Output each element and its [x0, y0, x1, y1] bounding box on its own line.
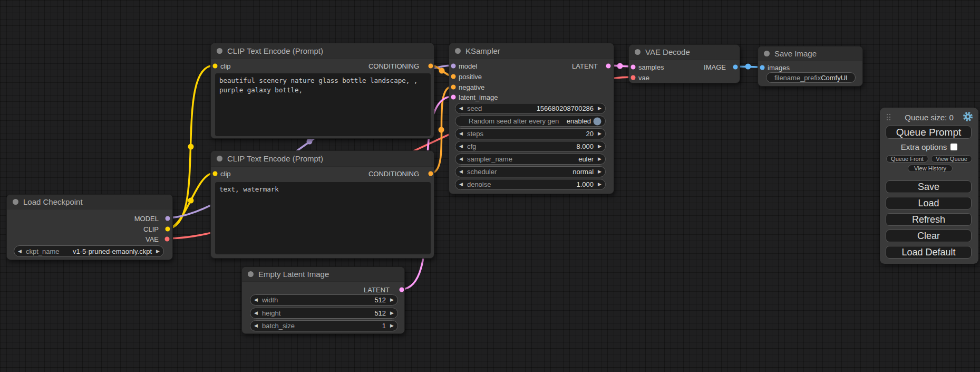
queue-panel[interactable]: Queue size: 0 Queue Prompt Extra options… [880, 108, 978, 264]
conditioning-output-dot[interactable] [428, 171, 433, 176]
image-output-dot[interactable] [733, 64, 738, 70]
node-title-bar[interactable]: KSampler [449, 43, 614, 59]
collapse-dot-icon[interactable] [764, 51, 770, 56]
clip-input-dot[interactable] [212, 171, 218, 176]
queue-prompt-button[interactable]: Queue Prompt [886, 126, 972, 139]
node-title-bar[interactable]: Empty Latent Image [242, 267, 404, 282]
width-widget[interactable]: ◀ width 512 ▶ [250, 294, 398, 306]
output-slot-clip: CLIP [99, 224, 162, 234]
output-slot-latent: LATENT [329, 285, 393, 294]
increment-arrow-icon[interactable]: ▶ [598, 131, 601, 136]
node-empty-latent-image[interactable]: Empty Latent Image LATENT ◀ width 512 ▶ … [241, 266, 405, 334]
node-load-checkpoint[interactable]: Load Checkpoint MODEL CLIP VAE ◀ ckpt_na… [6, 194, 173, 260]
node-title-bar[interactable]: CLIP Text Encode (Prompt) [211, 43, 434, 59]
positive-input-dot[interactable] [451, 74, 456, 79]
input-slot-negative: negative [459, 82, 484, 92]
images-input-dot[interactable] [760, 65, 765, 70]
latent-output-dot[interactable] [399, 287, 404, 292]
prompt-text-input[interactable]: text, watermark [215, 182, 431, 254]
latent-output-dot[interactable] [606, 63, 611, 69]
node-clip-text-encode-negative[interactable]: CLIP Text Encode (Prompt) clip CONDITION… [210, 150, 434, 259]
load-button[interactable]: Load [886, 197, 972, 209]
steps-widget[interactable]: ◀ steps 20 ▶ [455, 128, 606, 139]
decrement-arrow-icon[interactable]: ◀ [254, 298, 258, 302]
view-history-button[interactable]: View History [908, 165, 953, 172]
increment-arrow-icon[interactable]: ▶ [598, 106, 601, 111]
latent-image-input-dot[interactable] [451, 94, 456, 100]
extra-options-checkbox[interactable] [950, 144, 957, 150]
output-slot-model: MODEL [99, 214, 162, 223]
queue-front-button[interactable]: Queue Front [886, 155, 928, 163]
vae-input-dot[interactable] [630, 75, 636, 80]
scheduler-widget[interactable]: ◀ scheduler normal ▶ [455, 166, 606, 177]
cfg-widget[interactable]: ◀ cfg 8.000 ▶ [455, 141, 606, 152]
decrement-arrow-icon[interactable]: ◀ [254, 311, 258, 316]
increment-arrow-icon[interactable]: ▶ [390, 311, 394, 316]
sampler-name-widget[interactable]: ◀ sampler_name euler ▶ [455, 154, 606, 165]
decrement-arrow-icon[interactable]: ◀ [459, 182, 463, 187]
random-seed-toggle-widget[interactable]: Random seed after every gen enabled [455, 116, 606, 127]
input-slot-positive: positive [459, 72, 482, 81]
toggle-circle-icon[interactable] [593, 117, 601, 126]
collapse-dot-icon[interactable] [635, 49, 641, 55]
collapse-dot-icon[interactable] [13, 199, 18, 205]
node-title-bar[interactable]: VAE Decode [629, 45, 740, 60]
settings-gear-icon[interactable] [963, 111, 973, 124]
input-slot-clip: clip [220, 61, 231, 71]
decrement-arrow-icon[interactable]: ◀ [459, 131, 463, 136]
model-output-dot[interactable] [165, 216, 170, 221]
ckpt-name-widget[interactable]: ◀ ckpt_name v1-5-pruned-emaonly.ckpt ▶ [14, 245, 164, 257]
decrement-arrow-icon[interactable]: ◀ [459, 169, 463, 174]
node-graph-canvas[interactable]: Load Checkpoint MODEL CLIP VAE ◀ ckpt_na… [0, 0, 980, 372]
refresh-button[interactable]: Refresh [886, 213, 972, 226]
collapse-dot-icon[interactable] [217, 156, 222, 161]
load-default-button[interactable]: Load Default [886, 246, 972, 259]
decrement-arrow-icon[interactable]: ◀ [459, 144, 463, 149]
link-midpoint-dot [307, 139, 313, 145]
increment-arrow-icon[interactable]: ▶ [598, 157, 601, 161]
vae-output-dot[interactable] [164, 236, 170, 242]
increment-arrow-icon[interactable]: ▶ [598, 169, 601, 174]
collapse-dot-icon[interactable] [248, 271, 254, 277]
clip-output-dot[interactable] [165, 226, 170, 232]
model-input-dot[interactable] [451, 63, 456, 69]
link-midpoint-dot [439, 68, 445, 74]
clear-button[interactable]: Clear [886, 230, 972, 242]
save-button[interactable]: Save [886, 180, 972, 193]
collapse-dot-icon[interactable] [455, 48, 461, 54]
node-save-image[interactable]: Save Image images filename_prefix ComfyU… [758, 46, 863, 87]
view-queue-button[interactable]: View Queue [931, 155, 972, 163]
decrement-arrow-icon[interactable]: ◀ [18, 249, 22, 254]
increment-arrow-icon[interactable]: ▶ [598, 144, 601, 149]
collapse-dot-icon[interactable] [217, 48, 222, 54]
decrement-arrow-icon[interactable]: ◀ [459, 106, 463, 111]
node-title-bar[interactable]: Load Checkpoint [7, 195, 172, 209]
increment-arrow-icon[interactable]: ▶ [390, 323, 394, 328]
queue-panel-header: Queue size: 0 [880, 112, 978, 122]
prompt-text-input[interactable]: beautiful scenery nature glass bottle la… [215, 73, 431, 136]
node-title-bar[interactable]: Save Image [758, 46, 862, 61]
node-title: CLIP Text Encode (Prompt) [227, 154, 323, 163]
extra-options-label: Extra options [901, 142, 947, 151]
node-title: Save Image [774, 49, 817, 58]
clip-input-dot[interactable] [212, 63, 218, 69]
conditioning-output-dot[interactable] [428, 63, 433, 69]
node-ksampler[interactable]: KSampler model positive negative latent_… [449, 43, 614, 194]
height-widget[interactable]: ◀ height 512 ▶ [250, 308, 398, 319]
seed-widget[interactable]: ◀ seed 156680208700286 ▶ [455, 103, 606, 114]
samples-input-dot[interactable] [630, 64, 636, 70]
increment-arrow-icon[interactable]: ▶ [598, 182, 601, 187]
negative-input-dot[interactable] [451, 84, 456, 90]
denoise-widget[interactable]: ◀ denoise 1.000 ▶ [455, 179, 606, 190]
node-vae-decode[interactable]: VAE Decode samples vae IMAGE [628, 44, 740, 83]
output-slot-conditioning: CONDITIONING [348, 61, 422, 71]
increment-arrow-icon[interactable]: ▶ [156, 249, 160, 254]
batch-size-widget[interactable]: ◀ batch_size 1 ▶ [250, 320, 398, 331]
increment-arrow-icon[interactable]: ▶ [390, 298, 394, 302]
decrement-arrow-icon[interactable]: ◀ [459, 157, 463, 161]
node-title-bar[interactable]: CLIP Text Encode (Prompt) [211, 151, 434, 167]
decrement-arrow-icon[interactable]: ◀ [254, 323, 258, 328]
node-clip-text-encode-positive[interactable]: CLIP Text Encode (Prompt) clip CONDITION… [210, 43, 434, 139]
filename-prefix-widget[interactable]: filename_prefix ComfyUI [766, 72, 856, 83]
output-slot-image: IMAGE [676, 62, 729, 72]
